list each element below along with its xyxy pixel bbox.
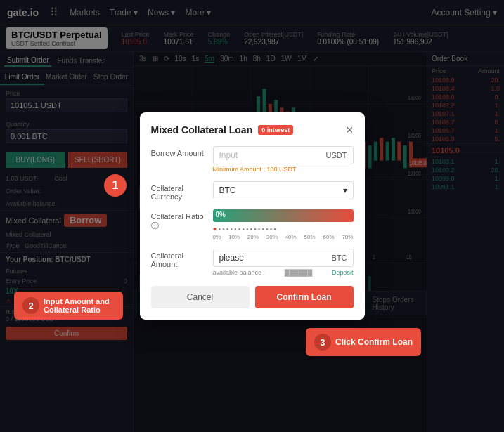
- available-balance-value: ▓▓▓▓▓▓: [285, 269, 312, 276]
- ratio-bar[interactable]: 0%: [213, 209, 354, 222]
- collateral-amount-content: please BTC available balance : ▓▓▓▓▓▓ De…: [213, 249, 354, 276]
- collateral-currency-content: BTC ▾: [213, 181, 354, 199]
- available-balance-label: available balance :: [213, 269, 266, 276]
- ratio-info-icon: ⓘ: [151, 221, 159, 230]
- borrow-amount-input[interactable]: Input: [219, 150, 238, 160]
- collateral-amount-suffix: BTC: [332, 254, 347, 262]
- step1-circle: 1: [104, 174, 127, 197]
- collateral-currency-select[interactable]: BTC ▾: [213, 181, 354, 199]
- chevron-down-icon: ▾: [343, 185, 347, 195]
- collateral-amount-value[interactable]: please: [219, 253, 244, 263]
- step1-annotation: 1: [104, 174, 127, 197]
- collateral-amount-label: Collateral Amount: [151, 249, 207, 268]
- step2-circle: 2: [22, 297, 39, 314]
- modal-overlay: 1 2 Input Amount and Collateral Ratio 3 …: [0, 0, 504, 432]
- step3-label: Click Confirm Loan: [335, 337, 413, 347]
- borrow-amount-label: Borrow Amount: [151, 146, 207, 157]
- collateral-ratio-label: Collateral Ratio ⓘ: [151, 209, 207, 231]
- collateral-currency-row: Collateral Currency BTC ▾: [151, 181, 354, 201]
- mixed-collateral-loan-modal: Mixed Collateral Loan 0 interest × Borro…: [140, 112, 365, 320]
- borrow-amount-content: Input USDT Minimum Amount : 100 USDT: [213, 146, 354, 173]
- borrow-amount-input-wrapper: Input USDT: [213, 146, 354, 164]
- ratio-ticks: 0% 10% 20% 30% 40% 50% 60% 70%: [213, 234, 354, 240]
- modal-footer: Cancel Confirm Loan: [151, 286, 354, 308]
- step2-annotation: 2 Input Amount and Collateral Ratio: [14, 292, 123, 320]
- cancel-button[interactable]: Cancel: [151, 286, 250, 308]
- collateral-ratio-content: 0% ● ● ● ● ● ● ● ● ● ● ● ● ● ● ●: [213, 209, 354, 240]
- step3-annotation: 3 Click Confirm Loan: [306, 328, 421, 356]
- step3-circle: 3: [314, 334, 331, 351]
- borrow-amount-row: Borrow Amount Input USDT Minimum Amount …: [151, 146, 354, 173]
- available-balance-row: available balance : ▓▓▓▓▓▓ Deposit: [213, 269, 354, 276]
- borrow-amount-suffix: USDT: [326, 151, 347, 159]
- deposit-link[interactable]: Deposit: [332, 269, 354, 276]
- modal-title: Mixed Collateral Loan 0 interest: [151, 124, 294, 136]
- interest-badge: 0 interest: [258, 125, 293, 135]
- modal-close-button[interactable]: ×: [346, 124, 354, 136]
- ratio-dots-row: ● ● ● ● ● ● ● ● ● ● ● ● ● ● ● ●: [213, 225, 354, 233]
- collateral-amount-input-wrapper: please BTC: [213, 249, 354, 267]
- collateral-amount-row: Collateral Amount please BTC available b…: [151, 249, 354, 276]
- step2-label: Input Amount and Collateral Ratio: [44, 297, 115, 314]
- confirm-loan-button[interactable]: Confirm Loan: [255, 286, 354, 308]
- collateral-currency-label: Collateral Currency: [151, 181, 207, 201]
- ratio-bar-label: 0%: [216, 211, 226, 218]
- borrow-hint: Minimum Amount : 100 USDT: [213, 166, 354, 173]
- collateral-ratio-row: Collateral Ratio ⓘ 0% ● ● ● ● ● ● ● ● ● …: [151, 209, 354, 240]
- modal-header: Mixed Collateral Loan 0 interest ×: [151, 124, 354, 136]
